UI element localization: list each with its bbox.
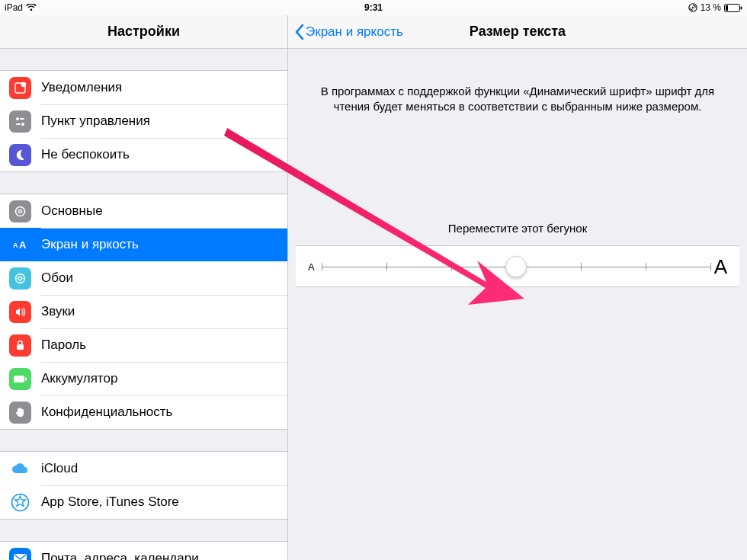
sidebar-item-icloud[interactable]: iCloud xyxy=(0,452,287,485)
wallpaper-icon xyxy=(9,267,31,290)
back-label: Экран и яркость xyxy=(306,24,403,40)
clock: 9:31 xyxy=(364,0,383,15)
svg-point-7 xyxy=(16,117,19,120)
sidebar-item-label: Пункт управления xyxy=(41,114,150,129)
svg-point-17 xyxy=(20,274,21,275)
sidebar-item-label: Аккумулятор xyxy=(41,371,117,386)
sidebar-item-dnd[interactable]: Не беспокоить xyxy=(0,138,287,171)
svg-rect-22 xyxy=(14,376,24,382)
slider-tick xyxy=(710,263,711,270)
back-button[interactable]: Экран и яркость xyxy=(294,15,403,49)
sidebar-item-wallpaper[interactable]: Обои xyxy=(0,261,287,295)
svg-point-6 xyxy=(21,82,27,87)
mail-icon xyxy=(9,548,31,561)
sidebar-item-label: iCloud xyxy=(41,461,78,476)
sidebar-item-sounds[interactable]: Звуки xyxy=(0,295,287,328)
svg-point-16 xyxy=(18,277,22,280)
sidebar-item-privacy[interactable]: Конфиденциальность xyxy=(0,395,287,429)
slider-tick xyxy=(322,263,322,270)
sidebar-item-label: Обои xyxy=(41,270,73,286)
battery-large-icon xyxy=(9,368,31,390)
sidebar-item-label: Пароль xyxy=(41,338,86,353)
hand-icon xyxy=(9,402,31,424)
slider-min-label: A xyxy=(308,261,322,273)
sidebar-item-label: Почта, адреса, календари xyxy=(41,551,199,560)
svg-point-20 xyxy=(16,277,18,279)
sidebar-item-general[interactable]: Основные xyxy=(0,194,287,228)
description-text: В программах с поддержкой функции «Динам… xyxy=(288,49,747,130)
text-size-icon: AA xyxy=(9,234,31,256)
svg-rect-23 xyxy=(25,377,27,380)
svg-rect-1 xyxy=(692,7,694,8)
svg-rect-8 xyxy=(20,118,24,120)
slider-tick xyxy=(581,263,582,270)
svg-rect-3 xyxy=(726,5,728,11)
gear-icon xyxy=(9,200,31,222)
sidebar-item-notifications[interactable]: Уведомления xyxy=(0,71,287,104)
text-size-slider[interactable] xyxy=(322,255,710,278)
appstore-icon xyxy=(9,491,31,514)
sidebar-item-label: Уведомления xyxy=(41,80,122,95)
svg-point-19 xyxy=(20,281,21,283)
sidebar-item-mail[interactable]: Почта, адреса, календари xyxy=(0,542,287,560)
lock-icon xyxy=(9,334,31,357)
sidebar-item-label: Экран и яркость xyxy=(41,237,139,252)
sidebar: Настройки Уведомления Пункт управления xyxy=(0,15,288,560)
svg-rect-10 xyxy=(16,123,21,125)
notifications-icon xyxy=(9,77,31,99)
svg-point-12 xyxy=(19,210,22,213)
sidebar-item-label: Звуки xyxy=(41,304,75,319)
device-name: iPad xyxy=(5,0,23,15)
sidebar-item-label: Основные xyxy=(41,203,103,219)
svg-point-11 xyxy=(16,206,25,216)
svg-point-18 xyxy=(24,277,25,279)
svg-point-9 xyxy=(21,123,24,126)
battery-percent: 13 % xyxy=(701,0,721,15)
control-center-icon xyxy=(9,110,31,133)
detail-title: Размер текста xyxy=(470,24,566,40)
slider-tick xyxy=(451,263,452,270)
sidebar-item-store[interactable]: App Store, iTunes Store xyxy=(0,485,287,519)
icloud-icon xyxy=(9,458,31,480)
detail-pane: Экран и яркость Размер текста В программ… xyxy=(288,15,747,560)
slider-caption: Переместите этот бегунок xyxy=(288,222,747,235)
slider-max-label: A xyxy=(710,255,727,279)
slider-tick xyxy=(386,263,387,270)
sidebar-item-control-center[interactable]: Пункт управления xyxy=(0,104,287,138)
text-size-slider-panel: A A xyxy=(296,245,739,287)
svg-rect-21 xyxy=(17,344,24,350)
status-right: 13 % xyxy=(688,0,742,15)
sidebar-item-label: Не беспокоить xyxy=(41,147,130,162)
wifi-icon xyxy=(26,4,37,11)
svg-text:A: A xyxy=(19,239,27,250)
battery-icon xyxy=(724,4,742,12)
dnd-icon xyxy=(9,144,31,166)
svg-rect-4 xyxy=(741,6,742,9)
status-left: iPad xyxy=(5,0,37,15)
sidebar-item-passcode[interactable]: Пароль xyxy=(0,328,287,362)
chevron-left-icon xyxy=(294,24,304,40)
sound-icon xyxy=(9,301,31,323)
slider-tick xyxy=(646,263,646,270)
rotation-lock-icon xyxy=(688,3,697,12)
sidebar-item-label: App Store, iTunes Store xyxy=(41,494,179,510)
sidebar-item-display[interactable]: AA Экран и яркость xyxy=(0,228,287,261)
sidebar-title: Настройки xyxy=(0,15,287,49)
slider-knob[interactable] xyxy=(505,256,527,277)
sidebar-item-label: Конфиденциальность xyxy=(41,405,172,420)
svg-text:A: A xyxy=(13,242,18,249)
sidebar-item-battery[interactable]: Аккумулятор xyxy=(0,362,287,395)
